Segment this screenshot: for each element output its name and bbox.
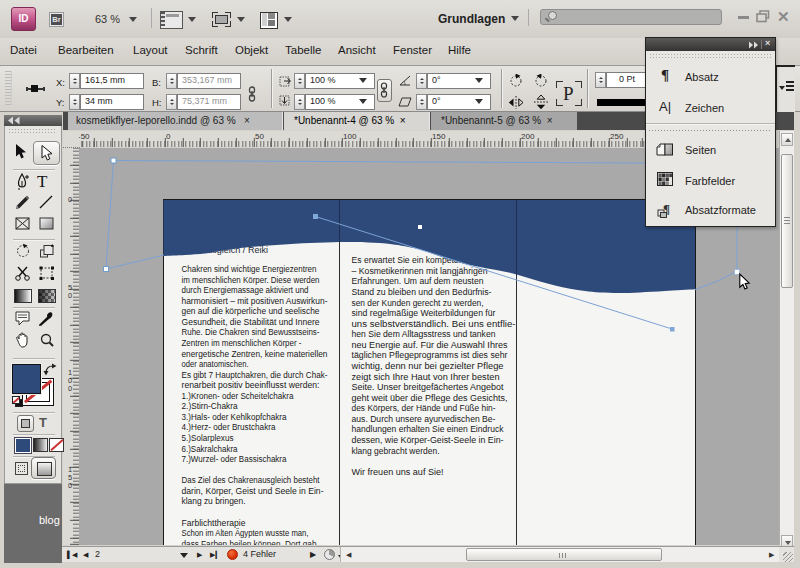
svg-text:zeigt sich Ihre Haut von Ihrer: zeigt sich Ihre Haut von Ihrer besten bbox=[352, 372, 500, 382]
svg-text:6.)Sakralchakra: 6.)Sakralchakra bbox=[182, 444, 238, 454]
svg-text:Ruhe. Die Chakren sind Bewuss: Ruhe. Die Chakren sind Bewusstseins- bbox=[182, 327, 320, 337]
svg-text:dessen, wie Körper-Geist-Seele: dessen, wie Körper-Geist-Seele in Ein- bbox=[352, 435, 504, 445]
svg-text:Seite. Unser breitgefächertes: Seite. Unser breitgefächertes Angebot bbox=[352, 382, 505, 392]
svg-text:handlungen erhalten Sie einen: handlungen erhalten Sie einen Eindruck bbox=[352, 424, 505, 434]
svg-text:geht weit über die Pflege des: geht weit über die Pflege des Gesichts, bbox=[352, 393, 508, 403]
svg-text:4.)Herz- oder Brustchakra: 4.)Herz- oder Brustchakra bbox=[182, 422, 276, 432]
svg-text:aus. Durch unsere ayurvedisch: aus. Durch unsere ayurvedischen Be- bbox=[352, 414, 496, 424]
svg-text:Wir freuen uns auf Sie!: Wir freuen uns auf Sie! bbox=[352, 467, 444, 477]
svg-text:harmonisiert – mit positiven A: harmonisiert – mit positiven Auswirkun- bbox=[182, 296, 328, 306]
svg-text:2.)Stirn-Chakra: 2.)Stirn-Chakra bbox=[182, 401, 238, 411]
svg-text:klang zu bringen.: klang zu bringen. bbox=[182, 496, 246, 506]
svg-text:Das Ziel des Chakrenausgleich: Das Ziel des Chakrenausgleich besteht bbox=[182, 475, 321, 485]
svg-text:Erfahrungen. Um auf dem neus: Erfahrungen. Um auf dem neusten bbox=[352, 276, 484, 286]
svg-text:Gesundheit, die Stabilität und: Gesundheit, die Stabilität und Innere bbox=[182, 317, 320, 327]
svg-text:renarbeit positiv beeinflusst: renarbeit positiv beeinflusst werden: bbox=[182, 380, 320, 390]
svg-text:sen der Kunden gerecht zu werd: sen der Kunden gerecht zu werden, bbox=[352, 298, 484, 308]
svg-text:– Kosmetikerinnen mit langjähr: – Kosmetikerinnen mit langjährigen bbox=[352, 266, 488, 276]
svg-text:wichtig, denn nur bei gezielte: wichtig, denn nur bei gezielter Pflege bbox=[350, 361, 504, 371]
svg-text:im menschlichen Körper. Diese: im menschlichen Körper. Diese werden bbox=[182, 275, 320, 285]
svg-text:1.)Kronen- oder Scheitelchakra: 1.)Kronen- oder Scheitelchakra bbox=[182, 391, 294, 401]
svg-text:energetische Zentren, keine ma: energetische Zentren, keine materiellen bbox=[182, 349, 328, 359]
svg-text:neu Energie auf. Für die Ausw: neu Energie auf. Für die Auswahl Ihres bbox=[352, 340, 508, 350]
svg-text:Stand zu bleiben und den Bedür: Stand zu bleiben und den Bedürfnis- bbox=[352, 287, 492, 297]
svg-text:5.)Solarplexus: 5.)Solarplexus bbox=[182, 433, 234, 443]
svg-text:dass Farben heilen können. Do: dass Farben heilen können. Dort gab bbox=[182, 539, 317, 545]
svg-text:Zentren im menschlichen Körper: Zentren im menschlichen Körper - bbox=[182, 338, 302, 348]
svg-text:sind regelmäßige Weiterbildung: sind regelmäßige Weiterbildungen für bbox=[352, 308, 496, 318]
svg-text:hen Sie dem Alltagsstress und: hen Sie dem Alltagsstress und tanken bbox=[352, 329, 496, 339]
svg-text:Schon im Alten Ägypten wusste: Schon im Alten Ägypten wusste man, bbox=[182, 528, 309, 538]
svg-text:darin, Körper, Geist und Seele: darin, Körper, Geist und Seele in Ein- bbox=[182, 486, 324, 496]
svg-text:oder anatomischen.: oder anatomischen. bbox=[182, 359, 249, 369]
svg-text:Es gibt 7 Hauptchakren, die du: Es gibt 7 Hauptchakren, die durch Chak- bbox=[182, 370, 328, 380]
svg-text:Farblichttherapie: Farblichttherapie bbox=[182, 518, 246, 528]
svg-text:gen auf die körperliche und se: gen auf die körperliche und seelische bbox=[182, 306, 320, 316]
svg-text:des Körpers, der Hände und Füß: des Körpers, der Hände und Füße hin- bbox=[352, 403, 496, 413]
svg-text:täglichen Pflegeprogramms ist: täglichen Pflegeprogramms ist dies sehr bbox=[352, 350, 508, 360]
svg-text:uns selbstverständlich. Bei u: uns selbstverständlich. Bei uns entflie- bbox=[352, 319, 516, 329]
svg-text:7.)Wurzel- oder Bassischakra: 7.)Wurzel- oder Bassischakra bbox=[182, 454, 287, 464]
svg-text:durch Energiemassage aktiviert: durch Energiemassage aktiviert und bbox=[182, 285, 309, 295]
svg-text:Chakren sind wichtige Energiez: Chakren sind wichtige Energiezentren bbox=[182, 264, 317, 274]
svg-text:3.)Hals- oder Kehlkopfchakra: 3.)Hals- oder Kehlkopfchakra bbox=[182, 412, 287, 422]
svg-text:klang gebracht werden.: klang gebracht werden. bbox=[352, 446, 440, 456]
